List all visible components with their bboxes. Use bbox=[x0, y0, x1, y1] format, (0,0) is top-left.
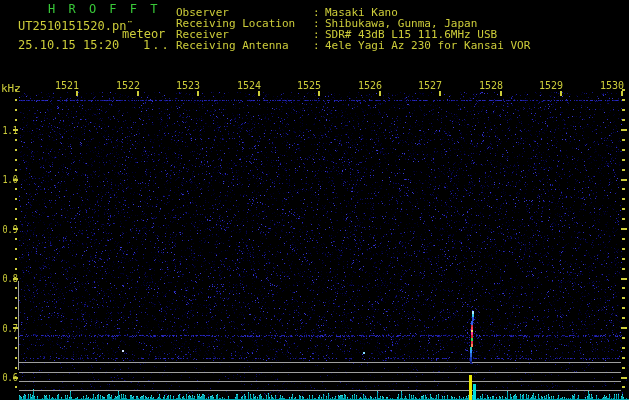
filename-text: UT2510151520.pn¨ bbox=[18, 19, 134, 33]
y-tick-minor-left bbox=[15, 297, 17, 299]
y-tick-minor-left bbox=[15, 109, 17, 111]
x-tick bbox=[500, 91, 502, 96]
y-axis-unit-label: kHz bbox=[1, 82, 21, 95]
y-tick-minor-right bbox=[622, 218, 625, 220]
y-tick-minor-left bbox=[15, 238, 17, 240]
x-tick bbox=[258, 91, 260, 96]
y-tick-minor-left bbox=[15, 287, 17, 289]
y-tick-minor-left bbox=[15, 188, 17, 190]
x-tick-label: 1530 bbox=[594, 80, 624, 91]
level-trace-spike bbox=[473, 384, 476, 400]
y-tick-minor-left bbox=[15, 357, 17, 359]
y-tick-minor-right bbox=[622, 347, 625, 349]
y-tick-minor-left bbox=[15, 307, 17, 309]
y-tick-minor-right bbox=[622, 198, 625, 200]
x-tick bbox=[439, 91, 441, 96]
y-tick-major-right bbox=[621, 278, 627, 280]
level-gridline bbox=[19, 390, 621, 391]
y-tick-minor-right bbox=[622, 169, 625, 171]
y-tick-minor-right bbox=[622, 159, 625, 161]
y-tick-minor-left bbox=[15, 139, 17, 141]
y-tick-minor-right bbox=[622, 268, 625, 270]
x-tick-label: 1523 bbox=[170, 80, 200, 91]
x-tick-label: 1528 bbox=[473, 80, 503, 91]
y-tick-minor-left bbox=[15, 248, 17, 250]
x-tick-label: 1521 bbox=[49, 80, 79, 91]
station-name: meteor bbox=[122, 27, 165, 41]
spectrogram-noise-canvas bbox=[0, 0, 629, 400]
y-tick-minor-right bbox=[622, 337, 625, 339]
y-tick-minor-left bbox=[15, 208, 17, 210]
y-tick-label: 0.9 bbox=[2, 224, 16, 235]
x-tick-label: 1522 bbox=[110, 80, 140, 91]
info-separator: : bbox=[313, 39, 320, 52]
y-tick-minor-left bbox=[15, 198, 17, 200]
y-tick-minor-left bbox=[15, 268, 17, 270]
x-tick-label: 1529 bbox=[533, 80, 563, 91]
y-tick-minor-right bbox=[622, 297, 625, 299]
x-tick bbox=[76, 91, 78, 96]
x-tick bbox=[197, 91, 199, 96]
y-tick-minor-left bbox=[15, 169, 17, 171]
y-tick-minor-right bbox=[622, 99, 625, 101]
level-gridline bbox=[19, 372, 621, 373]
y-tick-major-right bbox=[621, 377, 627, 379]
bright-noise-dot bbox=[122, 350, 124, 352]
y-tick-minor-right bbox=[622, 149, 625, 151]
x-tick-label: 1525 bbox=[291, 80, 321, 91]
y-tick-major-right bbox=[621, 179, 627, 181]
datetime-text: 25.10.15 15:20 bbox=[18, 38, 119, 52]
y-tick-minor-left bbox=[15, 337, 17, 339]
y-tick-minor-right bbox=[622, 386, 625, 388]
y-tick-minor-left bbox=[15, 258, 17, 260]
y-tick-minor-right bbox=[622, 287, 625, 289]
level-axis-line bbox=[18, 281, 19, 370]
y-tick-minor-right bbox=[622, 119, 625, 121]
y-tick-major-right bbox=[621, 327, 627, 329]
y-tick-minor-right bbox=[622, 248, 625, 250]
y-tick-minor-right bbox=[622, 188, 625, 190]
event-marker-bar bbox=[469, 375, 472, 400]
x-tick bbox=[621, 91, 623, 96]
y-tick-minor-left bbox=[15, 386, 17, 388]
y-tick-minor-right bbox=[622, 317, 625, 319]
info-label: Receiving Antenna bbox=[176, 39, 289, 52]
hrofft-screen: H R O F F T UT2510151520.pn¨ meteor 25.1… bbox=[0, 0, 629, 400]
y-tick-minor-right bbox=[622, 139, 625, 141]
x-tick bbox=[318, 91, 320, 96]
y-tick-label: 1.0 bbox=[2, 174, 16, 185]
x-tick bbox=[137, 91, 139, 96]
y-tick-minor-left bbox=[15, 99, 17, 101]
y-tick-label: 1.1 bbox=[2, 125, 16, 136]
y-tick-minor-right bbox=[622, 258, 625, 260]
y-tick-label: 0.6 bbox=[2, 372, 16, 383]
x-tick bbox=[379, 91, 381, 96]
y-tick-minor-right bbox=[622, 109, 625, 111]
x-tick-label: 1526 bbox=[352, 80, 382, 91]
y-tick-label: 0.8 bbox=[2, 273, 16, 284]
y-tick-minor-left bbox=[15, 149, 17, 151]
y-tick-minor-left bbox=[15, 317, 17, 319]
y-tick-minor-right bbox=[622, 208, 625, 210]
y-tick-minor-left bbox=[15, 367, 17, 369]
y-tick-label: 0.7 bbox=[2, 323, 16, 334]
y-tick-major-right bbox=[621, 228, 627, 230]
bright-noise-dot bbox=[363, 352, 365, 354]
level-gridline bbox=[19, 362, 621, 363]
y-tick-minor-right bbox=[622, 307, 625, 309]
app-title: H R O F F T bbox=[48, 2, 160, 16]
y-tick-major-right bbox=[621, 129, 627, 131]
y-tick-minor-left bbox=[15, 119, 17, 121]
x-tick-label: 1524 bbox=[231, 80, 261, 91]
y-tick-minor-left bbox=[15, 218, 17, 220]
y-tick-minor-right bbox=[622, 238, 625, 240]
meteor-echo-segment bbox=[470, 361, 472, 364]
level-gridline bbox=[19, 381, 621, 382]
info-value: 4ele Yagi Az 230 for Kansai VOR bbox=[325, 39, 530, 52]
y-tick-minor-right bbox=[622, 367, 625, 369]
x-tick bbox=[560, 91, 562, 96]
y-tick-minor-left bbox=[15, 347, 17, 349]
y-tick-minor-right bbox=[622, 357, 625, 359]
x-tick-label: 1527 bbox=[412, 80, 442, 91]
y-tick-minor-left bbox=[15, 159, 17, 161]
